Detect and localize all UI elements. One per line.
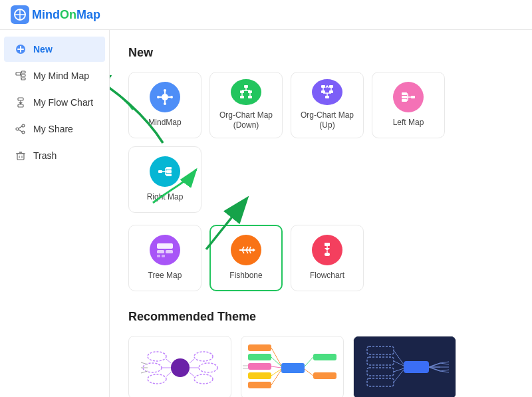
svg-rect-39	[244, 85, 248, 88]
svg-rect-76	[157, 250, 164, 253]
svg-point-104	[194, 374, 213, 384]
svg-rect-110	[248, 344, 271, 351]
theme-card-3[interactable]	[353, 336, 456, 397]
svg-point-102	[199, 363, 217, 372]
svg-rect-56	[329, 85, 333, 88]
svg-rect-61	[402, 96, 407, 98]
map-type-grid-row2: Tree Map	[128, 225, 513, 291]
svg-rect-92	[325, 253, 330, 256]
svg-rect-47	[248, 96, 252, 98]
logo: MindOnMap	[11, 5, 100, 24]
right-map-label: Right Map	[147, 192, 184, 203]
svg-rect-112	[248, 363, 271, 370]
svg-point-19	[16, 128, 19, 130]
theme-card-1[interactable]	[128, 336, 231, 397]
map-card-flowchart[interactable]: Flowchart	[291, 225, 364, 291]
org-down-icon-circle	[231, 79, 261, 105]
svg-rect-57	[411, 96, 415, 98]
svg-rect-66	[158, 170, 162, 173]
mindmap-icon-circle	[150, 82, 180, 112]
svg-point-37	[157, 96, 160, 98]
sidebar: New My Mind Map	[0, 30, 110, 397]
svg-point-100	[194, 352, 213, 361]
svg-point-30	[162, 94, 168, 100]
svg-rect-42	[240, 90, 244, 93]
svg-rect-55	[321, 85, 325, 88]
svg-line-107	[141, 371, 148, 373]
svg-point-20	[22, 131, 25, 134]
svg-rect-46	[240, 96, 244, 98]
svg-point-93	[171, 358, 190, 377]
sidebar-item-trash[interactable]: Trash	[4, 143, 105, 168]
org-up-label: Org-Chart Map (Up)	[298, 110, 356, 131]
svg-rect-69	[166, 167, 172, 170]
svg-point-36	[164, 102, 166, 105]
logo-text: MindOnMap	[32, 8, 100, 22]
svg-rect-121	[313, 372, 336, 379]
flowchart-icon-circle	[312, 235, 342, 265]
svg-rect-7	[16, 72, 21, 75]
map-card-org-up[interactable]: Org-Chart Map (Up)	[291, 72, 364, 138]
map-card-left-map[interactable]: Left Map	[372, 72, 445, 138]
tree-map-label: Tree Map	[148, 271, 182, 281]
svg-rect-127	[404, 361, 429, 373]
sidebar-item-my-share-label: My Share	[33, 124, 73, 134]
svg-line-122	[305, 357, 313, 366]
svg-rect-43	[248, 90, 252, 93]
map-card-mindmap[interactable]: MindMap	[128, 72, 201, 138]
svg-line-117	[271, 366, 281, 368]
svg-marker-90	[325, 248, 330, 251]
trash-icon	[15, 150, 27, 162]
svg-rect-8	[21, 71, 25, 73]
svg-line-99	[166, 372, 171, 376]
right-map-icon-circle	[150, 156, 180, 187]
svg-rect-109	[281, 363, 305, 373]
map-card-fishbone[interactable]: Fishbone	[209, 225, 283, 291]
mindmap-icon	[15, 70, 27, 82]
svg-rect-77	[166, 250, 173, 253]
svg-line-123	[305, 369, 313, 376]
svg-point-38	[170, 96, 173, 98]
svg-rect-48	[325, 96, 329, 98]
org-down-label: Org-Chart Map (Down)	[219, 110, 273, 131]
svg-rect-88	[325, 243, 330, 246]
svg-line-116	[271, 357, 281, 366]
theme-section-title: Recommended Theme	[128, 310, 513, 324]
svg-line-95	[166, 359, 171, 363]
sidebar-item-new[interactable]: New	[4, 37, 105, 62]
svg-marker-81	[253, 248, 255, 252]
svg-line-101	[190, 359, 194, 363]
svg-rect-75	[157, 243, 173, 249]
sidebar-item-my-flow-chart[interactable]: My Flow Chart	[4, 90, 105, 115]
plus-icon	[15, 43, 27, 55]
theme-card-2[interactable]	[241, 336, 344, 397]
svg-rect-14	[18, 98, 23, 100]
svg-rect-113	[248, 372, 271, 379]
svg-point-35	[164, 89, 166, 92]
org-up-icon-circle	[312, 79, 342, 105]
svg-rect-52	[329, 90, 333, 93]
sidebar-item-my-share[interactable]: My Share	[4, 116, 105, 142]
fishbone-label: Fishbone	[229, 271, 262, 281]
svg-rect-62	[402, 99, 407, 102]
left-map-label: Left Map	[393, 118, 424, 128]
map-card-right-map[interactable]: Right Map	[128, 146, 201, 213]
svg-rect-60	[402, 92, 407, 95]
svg-rect-120	[313, 354, 336, 360]
map-card-tree-map[interactable]: Tree Map	[128, 225, 201, 291]
content-area: New MindMa	[110, 30, 532, 397]
svg-line-108	[141, 362, 148, 364]
svg-rect-10	[21, 78, 25, 80]
sidebar-item-new-label: New	[33, 44, 53, 55]
sidebar-item-my-mind-map[interactable]: My Mind Map	[4, 63, 105, 88]
svg-line-105	[190, 372, 194, 376]
map-card-org-down[interactable]: Org-Chart Map (Down)	[209, 72, 283, 138]
svg-point-18	[22, 124, 25, 127]
svg-rect-78	[157, 255, 160, 257]
sidebar-item-trash-label: Trash	[33, 150, 57, 161]
svg-rect-51	[321, 90, 325, 93]
svg-line-115	[271, 348, 281, 366]
svg-line-21	[19, 126, 22, 128]
main-layout: New My Mind Map	[0, 30, 532, 397]
left-map-icon-circle	[393, 82, 424, 112]
